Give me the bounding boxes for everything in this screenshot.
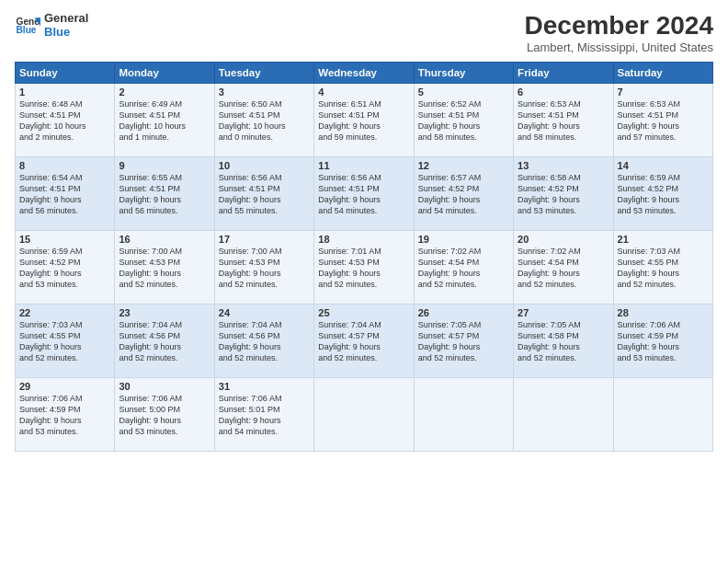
day-cell: 26Sunrise: 7:05 AM Sunset: 4:57 PM Dayli… <box>414 304 513 378</box>
day-number: 2 <box>119 86 210 98</box>
subtitle: Lambert, Mississippi, United States <box>525 40 713 54</box>
day-number: 13 <box>518 160 609 171</box>
main-title: December 2024 <box>525 11 713 40</box>
col-header-monday: Monday <box>115 63 214 84</box>
day-cell: 17Sunrise: 7:00 AM Sunset: 4:53 PM Dayli… <box>214 231 313 304</box>
day-info: Sunrise: 7:03 AM Sunset: 4:55 PM Dayligh… <box>19 319 110 364</box>
logo-line1: General <box>44 11 88 25</box>
day-number: 10 <box>219 160 310 171</box>
day-cell: 19Sunrise: 7:02 AM Sunset: 4:54 PM Dayli… <box>414 231 513 304</box>
day-info: Sunrise: 6:50 AM Sunset: 4:51 PM Dayligh… <box>219 98 310 144</box>
day-info: Sunrise: 6:52 AM Sunset: 4:51 PM Dayligh… <box>418 98 509 144</box>
day-info: Sunrise: 7:06 AM Sunset: 4:59 PM Dayligh… <box>19 393 110 438</box>
day-number: 1 <box>19 86 110 98</box>
header-row: SundayMondayTuesdayWednesdayThursdayFrid… <box>16 63 713 84</box>
day-number: 19 <box>418 234 509 245</box>
day-cell: 10Sunrise: 6:56 AM Sunset: 4:51 PM Dayli… <box>214 157 313 231</box>
day-cell: 18Sunrise: 7:01 AM Sunset: 4:53 PM Dayli… <box>314 231 414 304</box>
day-info: Sunrise: 6:59 AM Sunset: 4:52 PM Dayligh… <box>19 246 110 291</box>
day-cell <box>613 378 712 452</box>
day-info: Sunrise: 6:59 AM Sunset: 4:52 PM Dayligh… <box>618 172 709 217</box>
svg-text:Blue: Blue <box>17 25 37 35</box>
day-cell: 11Sunrise: 6:56 AM Sunset: 4:51 PM Dayli… <box>314 157 414 231</box>
day-cell: 9Sunrise: 6:55 AM Sunset: 4:51 PM Daylig… <box>115 157 214 231</box>
day-cell <box>514 378 613 452</box>
day-cell: 16Sunrise: 7:00 AM Sunset: 4:53 PM Dayli… <box>115 231 214 304</box>
day-number: 9 <box>119 160 210 171</box>
day-number: 8 <box>19 160 110 171</box>
day-info: Sunrise: 7:04 AM Sunset: 4:57 PM Dayligh… <box>318 319 409 364</box>
day-cell: 15Sunrise: 6:59 AM Sunset: 4:52 PM Dayli… <box>16 231 115 304</box>
day-info: Sunrise: 7:00 AM Sunset: 4:53 PM Dayligh… <box>219 246 310 291</box>
week-row-3: 15Sunrise: 6:59 AM Sunset: 4:52 PM Dayli… <box>16 231 713 304</box>
day-cell: 8Sunrise: 6:54 AM Sunset: 4:51 PM Daylig… <box>16 157 115 231</box>
day-number: 3 <box>219 86 310 98</box>
day-number: 30 <box>119 381 210 392</box>
week-row-2: 8Sunrise: 6:54 AM Sunset: 4:51 PM Daylig… <box>16 157 713 231</box>
day-info: Sunrise: 6:51 AM Sunset: 4:51 PM Dayligh… <box>318 98 409 144</box>
day-info: Sunrise: 6:56 AM Sunset: 4:51 PM Dayligh… <box>219 172 310 217</box>
day-number: 25 <box>318 307 409 318</box>
day-number: 23 <box>119 307 210 318</box>
day-cell: 22Sunrise: 7:03 AM Sunset: 4:55 PM Dayli… <box>16 304 115 378</box>
day-info: Sunrise: 6:56 AM Sunset: 4:51 PM Dayligh… <box>318 172 409 217</box>
day-cell: 7Sunrise: 6:53 AM Sunset: 4:51 PM Daylig… <box>613 84 712 157</box>
day-number: 12 <box>418 160 509 171</box>
day-cell: 2Sunrise: 6:49 AM Sunset: 4:51 PM Daylig… <box>115 84 214 157</box>
day-info: Sunrise: 6:54 AM Sunset: 4:51 PM Dayligh… <box>19 172 110 217</box>
day-number: 31 <box>219 381 310 392</box>
day-info: Sunrise: 6:53 AM Sunset: 4:51 PM Dayligh… <box>518 98 609 144</box>
col-header-tuesday: Tuesday <box>214 63 313 84</box>
day-number: 17 <box>219 234 310 245</box>
week-row-4: 22Sunrise: 7:03 AM Sunset: 4:55 PM Dayli… <box>16 304 713 378</box>
day-info: Sunrise: 7:02 AM Sunset: 4:54 PM Dayligh… <box>518 246 609 291</box>
day-number: 27 <box>518 307 609 318</box>
day-number: 11 <box>318 160 409 171</box>
day-info: Sunrise: 7:06 AM Sunset: 5:01 PM Dayligh… <box>219 393 310 438</box>
col-header-sunday: Sunday <box>16 63 115 84</box>
day-cell: 28Sunrise: 7:06 AM Sunset: 4:59 PM Dayli… <box>613 304 712 378</box>
col-header-friday: Friday <box>514 63 613 84</box>
day-cell: 31Sunrise: 7:06 AM Sunset: 5:01 PM Dayli… <box>214 378 313 452</box>
col-header-saturday: Saturday <box>613 63 712 84</box>
col-header-wednesday: Wednesday <box>314 63 414 84</box>
day-number: 16 <box>119 234 210 245</box>
day-number: 26 <box>418 307 509 318</box>
day-number: 7 <box>618 86 709 98</box>
day-cell: 29Sunrise: 7:06 AM Sunset: 4:59 PM Dayli… <box>16 378 115 452</box>
day-info: Sunrise: 6:55 AM Sunset: 4:51 PM Dayligh… <box>119 172 210 217</box>
day-number: 21 <box>618 234 709 245</box>
day-info: Sunrise: 7:06 AM Sunset: 4:59 PM Dayligh… <box>618 319 709 364</box>
title-section: December 2024 Lambert, Mississippi, Unit… <box>525 11 713 54</box>
day-number: 14 <box>618 160 709 171</box>
day-info: Sunrise: 6:53 AM Sunset: 4:51 PM Dayligh… <box>618 98 709 144</box>
day-info: Sunrise: 6:49 AM Sunset: 4:51 PM Dayligh… <box>119 98 210 144</box>
day-info: Sunrise: 6:57 AM Sunset: 4:52 PM Dayligh… <box>418 172 509 217</box>
day-number: 29 <box>19 381 110 392</box>
day-info: Sunrise: 7:04 AM Sunset: 4:56 PM Dayligh… <box>119 319 210 364</box>
day-cell: 30Sunrise: 7:06 AM Sunset: 5:00 PM Dayli… <box>115 378 214 452</box>
logo-icon: General Blue <box>15 12 40 38</box>
day-cell: 13Sunrise: 6:58 AM Sunset: 4:52 PM Dayli… <box>514 157 613 231</box>
logo: General Blue General Blue <box>15 11 88 39</box>
day-number: 5 <box>418 86 509 98</box>
week-row-1: 1Sunrise: 6:48 AM Sunset: 4:51 PM Daylig… <box>16 84 713 157</box>
day-cell: 14Sunrise: 6:59 AM Sunset: 4:52 PM Dayli… <box>613 157 712 231</box>
day-info: Sunrise: 6:58 AM Sunset: 4:52 PM Dayligh… <box>518 172 609 217</box>
calendar-page: General Blue General Blue December 2024 … <box>0 0 728 563</box>
day-cell: 3Sunrise: 6:50 AM Sunset: 4:51 PM Daylig… <box>214 84 313 157</box>
day-number: 4 <box>318 86 409 98</box>
day-cell: 5Sunrise: 6:52 AM Sunset: 4:51 PM Daylig… <box>414 84 513 157</box>
day-info: Sunrise: 7:05 AM Sunset: 4:57 PM Dayligh… <box>418 319 509 364</box>
calendar-table: SundayMondayTuesdayWednesdayThursdayFrid… <box>15 62 713 452</box>
day-cell <box>414 378 513 452</box>
col-header-thursday: Thursday <box>414 63 513 84</box>
day-info: Sunrise: 7:00 AM Sunset: 4:53 PM Dayligh… <box>119 246 210 291</box>
day-info: Sunrise: 7:04 AM Sunset: 4:56 PM Dayligh… <box>219 319 310 364</box>
day-cell: 21Sunrise: 7:03 AM Sunset: 4:55 PM Dayli… <box>613 231 712 304</box>
day-cell: 20Sunrise: 7:02 AM Sunset: 4:54 PM Dayli… <box>514 231 613 304</box>
day-cell: 24Sunrise: 7:04 AM Sunset: 4:56 PM Dayli… <box>214 304 313 378</box>
day-number: 20 <box>518 234 609 245</box>
day-cell: 23Sunrise: 7:04 AM Sunset: 4:56 PM Dayli… <box>115 304 214 378</box>
logo-line2: Blue <box>44 25 88 39</box>
